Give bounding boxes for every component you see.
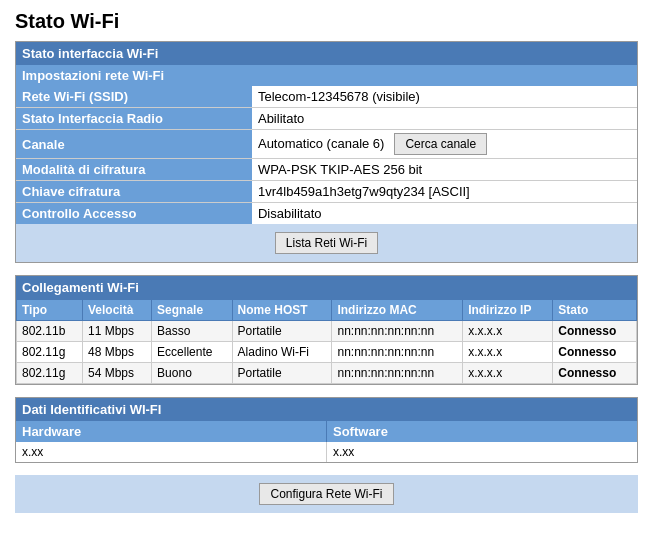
connections-col-header: Nome HOST (232, 300, 332, 321)
connection-cell: Connesso (553, 342, 637, 363)
interface-row-label: Controllo Accesso (16, 203, 252, 225)
software-value: x.xx (327, 442, 637, 462)
interface-row-label: Rete Wi-Fi (SSID) (16, 86, 252, 108)
connection-row: 802.11g48 MbpsEccellenteAladino Wi-Finn:… (17, 342, 637, 363)
connection-cell: Portatile (232, 321, 332, 342)
interface-row-label: Canale (16, 130, 252, 159)
connection-cell: 802.11b (17, 321, 83, 342)
configura-rete-row: Configura Rete Wi-Fi (15, 475, 638, 513)
lista-reti-row: Lista Reti Wi-Fi (16, 224, 637, 262)
interface-header: Stato interfaccia Wi-Fi (16, 42, 637, 65)
interface-row-value: Telecom-12345678 (visibile) (252, 86, 637, 108)
connection-cell: Connesso (553, 363, 637, 384)
connections-section: Collegamenti Wi-Fi TipoVelocitàSegnaleNo… (15, 275, 638, 385)
connection-cell: Aladino Wi-Fi (232, 342, 332, 363)
interface-row: Chiave cifratura1vr4lb459a1h3etg7w9qty23… (16, 181, 637, 203)
channel-value: Automatico (canale 6) (258, 136, 384, 151)
connection-cell: Connesso (553, 321, 637, 342)
software-label: Software (327, 421, 637, 442)
connection-cell: Basso (152, 321, 232, 342)
interface-row-label: Modalità di cifratura (16, 159, 252, 181)
connection-cell: 54 Mbps (82, 363, 151, 384)
hardware-value: x.xx (16, 442, 327, 462)
connections-col-header: Segnale (152, 300, 232, 321)
connection-cell: 802.11g (17, 342, 83, 363)
interface-row: CanaleAutomatico (canale 6)Cerca canale (16, 130, 637, 159)
page-title: Stato Wi-Fi (15, 10, 638, 33)
lista-reti-button[interactable]: Lista Reti Wi-Fi (275, 232, 378, 254)
interface-row: Controllo AccessoDisabilitato (16, 203, 637, 225)
interface-row: Rete Wi-Fi (SSID)Telecom-12345678 (visib… (16, 86, 637, 108)
interface-row: Modalità di cifraturaWPA-PSK TKIP-AES 25… (16, 159, 637, 181)
interface-row-label: Chiave cifratura (16, 181, 252, 203)
dati-header: Dati Identificativi WI-FI (16, 398, 637, 421)
interface-row-label: Stato Interfaccia Radio (16, 108, 252, 130)
hardware-software-values: x.xx x.xx (16, 442, 637, 462)
interface-row-value: 1vr4lb459a1h3etg7w9qty234 [ASCII] (252, 181, 637, 203)
connections-col-header: Tipo (17, 300, 83, 321)
interface-section: Stato interfaccia Wi-Fi Impostazioni ret… (15, 41, 638, 263)
connection-cell: Eccellente (152, 342, 232, 363)
connections-col-header: Indirizzo IP (463, 300, 553, 321)
network-settings-subheader: Impostazioni rete Wi-Fi (16, 65, 637, 86)
connections-col-header: Velocità (82, 300, 151, 321)
interface-row-value: Abilitato (252, 108, 637, 130)
interface-row-value: WPA-PSK TKIP-AES 256 bit (252, 159, 637, 181)
dati-section: Dati Identificativi WI-FI Hardware Softw… (15, 397, 638, 463)
interface-row-value: Disabilitato (252, 203, 637, 225)
connection-cell: nn:nn:nn:nn:nn:nn (332, 321, 463, 342)
connections-header: Collegamenti Wi-Fi (16, 276, 637, 299)
connections-table: TipoVelocitàSegnaleNome HOSTIndirizzo MA… (16, 299, 637, 384)
connection-cell: Buono (152, 363, 232, 384)
interface-row: Stato Interfaccia RadioAbilitato (16, 108, 637, 130)
connection-cell: 11 Mbps (82, 321, 151, 342)
connection-cell: x.x.x.x (463, 363, 553, 384)
connection-cell: Portatile (232, 363, 332, 384)
hardware-software-headers: Hardware Software (16, 421, 637, 442)
connection-cell: x.x.x.x (463, 342, 553, 363)
interface-table: Rete Wi-Fi (SSID)Telecom-12345678 (visib… (16, 86, 637, 224)
connection-row: 802.11g54 MbpsBuonoPortatilenn:nn:nn:nn:… (17, 363, 637, 384)
connection-row: 802.11b11 MbpsBassoPortatilenn:nn:nn:nn:… (17, 321, 637, 342)
interface-row-value: Automatico (canale 6)Cerca canale (252, 130, 637, 159)
cerca-canale-button[interactable]: Cerca canale (394, 133, 487, 155)
connections-col-header: Indirizzo MAC (332, 300, 463, 321)
connections-col-header: Stato (553, 300, 637, 321)
connection-cell: x.x.x.x (463, 321, 553, 342)
connection-cell: 802.11g (17, 363, 83, 384)
connection-cell: nn:nn:nn:nn:nn:nn (332, 342, 463, 363)
hardware-label: Hardware (16, 421, 327, 442)
connection-cell: 48 Mbps (82, 342, 151, 363)
connection-cell: nn:nn:nn:nn:nn:nn (332, 363, 463, 384)
configura-rete-button[interactable]: Configura Rete Wi-Fi (259, 483, 393, 505)
